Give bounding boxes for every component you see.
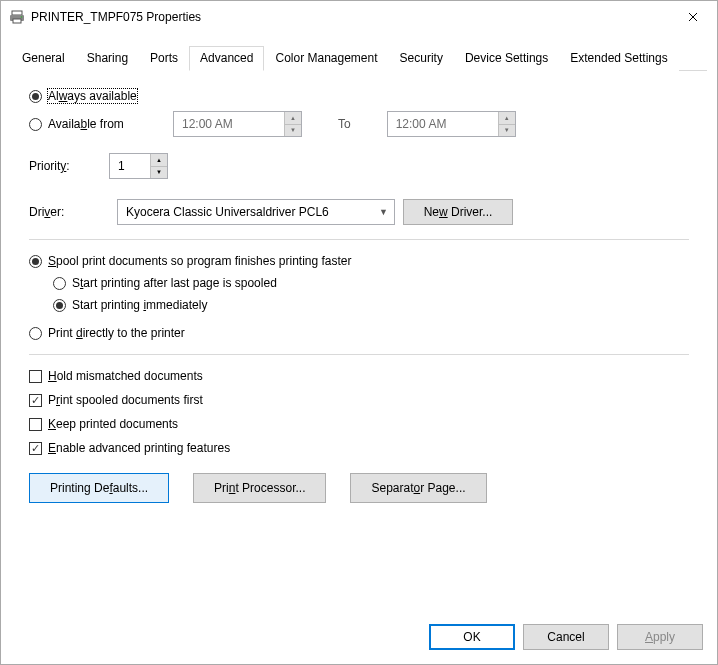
separator	[29, 354, 689, 355]
radio-icon	[29, 327, 42, 340]
radio-always-available[interactable]: Always available	[29, 89, 689, 103]
spin-down-icon[interactable]: ▼	[285, 125, 301, 137]
spin-down-icon[interactable]: ▼	[499, 125, 515, 137]
tab-sharing[interactable]: Sharing	[76, 46, 139, 71]
svg-point-3	[21, 16, 23, 18]
priority-label: Priority:	[29, 159, 109, 173]
radio-available-from[interactable]: Available from	[29, 117, 159, 131]
check-label: Enable advanced printing features	[48, 441, 230, 455]
svg-rect-2	[13, 19, 21, 23]
radio-spool[interactable]: Spool print documents so program finishe…	[29, 254, 689, 268]
tab-content: Always available Available from 12:00 AM…	[1, 71, 717, 614]
tab-device-settings[interactable]: Device Settings	[454, 46, 559, 71]
close-icon	[688, 12, 698, 22]
action-button-row: Printing Defaults... Print Processor... …	[29, 473, 689, 503]
check-hold-mismatched[interactable]: Hold mismatched documents	[29, 369, 689, 383]
time-to-value: 12:00 AM	[388, 112, 498, 136]
time-to-input[interactable]: 12:00 AM ▲▼	[387, 111, 516, 137]
printing-defaults-button[interactable]: Printing Defaults...	[29, 473, 169, 503]
driver-value: Kyocera Classic Universaldriver PCL6	[126, 205, 329, 219]
radio-icon	[53, 277, 66, 290]
radio-label: Always available	[48, 89, 137, 103]
title-bar: PRINTER_TMPF075 Properties	[1, 1, 717, 33]
radio-start-after-last[interactable]: Start printing after last page is spoole…	[53, 276, 689, 290]
checkbox-icon	[29, 418, 42, 431]
check-keep-printed[interactable]: Keep printed documents	[29, 417, 689, 431]
apply-button[interactable]: Apply	[617, 624, 703, 650]
radio-icon	[53, 299, 66, 312]
spinner[interactable]: ▲▼	[284, 112, 301, 136]
radio-label: Start printing after last page is spoole…	[72, 276, 277, 290]
separator	[29, 239, 689, 240]
checkbox-icon	[29, 370, 42, 383]
to-label: To	[338, 117, 351, 131]
radio-label: Start printing immediately	[72, 298, 207, 312]
check-label: Keep printed documents	[48, 417, 178, 431]
dialog-button-row: OK Cancel Apply	[1, 614, 717, 664]
priority-value: 1	[110, 154, 150, 178]
check-label: Print spooled documents first	[48, 393, 203, 407]
driver-label: Driver:	[29, 205, 109, 219]
tab-general[interactable]: General	[11, 46, 76, 71]
svg-rect-0	[12, 11, 22, 15]
print-processor-button[interactable]: Print Processor...	[193, 473, 326, 503]
window-title: PRINTER_TMPF075 Properties	[31, 10, 670, 24]
tab-bar: General Sharing Ports Advanced Color Man…	[11, 45, 707, 71]
radio-icon	[29, 90, 42, 103]
check-label: Hold mismatched documents	[48, 369, 203, 383]
check-enable-advanced[interactable]: ✓ Enable advanced printing features	[29, 441, 689, 455]
radio-label: Print directly to the printer	[48, 326, 185, 340]
priority-input[interactable]: 1 ▲▼	[109, 153, 168, 179]
radio-label: Spool print documents so program finishe…	[48, 254, 352, 268]
properties-dialog: PRINTER_TMPF075 Properties General Shari…	[0, 0, 718, 665]
radio-label: Available from	[48, 117, 124, 131]
separator-page-button[interactable]: Separator Page...	[350, 473, 486, 503]
checkbox-icon: ✓	[29, 394, 42, 407]
radio-icon	[29, 255, 42, 268]
tab-color-management[interactable]: Color Management	[264, 46, 388, 71]
tab-extended-settings[interactable]: Extended Settings	[559, 46, 678, 71]
chevron-down-icon: ▼	[379, 207, 388, 217]
radio-print-directly[interactable]: Print directly to the printer	[29, 326, 689, 340]
spin-up-icon[interactable]: ▲	[499, 112, 515, 125]
tab-advanced[interactable]: Advanced	[189, 46, 264, 71]
tab-ports[interactable]: Ports	[139, 46, 189, 71]
close-button[interactable]	[670, 2, 715, 32]
check-print-spooled-first[interactable]: ✓ Print spooled documents first	[29, 393, 689, 407]
ok-button[interactable]: OK	[429, 624, 515, 650]
printer-icon	[9, 9, 25, 25]
driver-select[interactable]: Kyocera Classic Universaldriver PCL6 ▼	[117, 199, 395, 225]
spinner[interactable]: ▲▼	[150, 154, 167, 178]
new-driver-button[interactable]: New Driver...	[403, 199, 513, 225]
tab-security[interactable]: Security	[389, 46, 454, 71]
spin-down-icon[interactable]: ▼	[151, 167, 167, 179]
spinner[interactable]: ▲▼	[498, 112, 515, 136]
time-from-input[interactable]: 12:00 AM ▲▼	[173, 111, 302, 137]
time-from-value: 12:00 AM	[174, 112, 284, 136]
spin-up-icon[interactable]: ▲	[285, 112, 301, 125]
spin-up-icon[interactable]: ▲	[151, 154, 167, 167]
radio-icon	[29, 118, 42, 131]
checkbox-icon: ✓	[29, 442, 42, 455]
cancel-button[interactable]: Cancel	[523, 624, 609, 650]
radio-start-immediately[interactable]: Start printing immediately	[53, 298, 689, 312]
